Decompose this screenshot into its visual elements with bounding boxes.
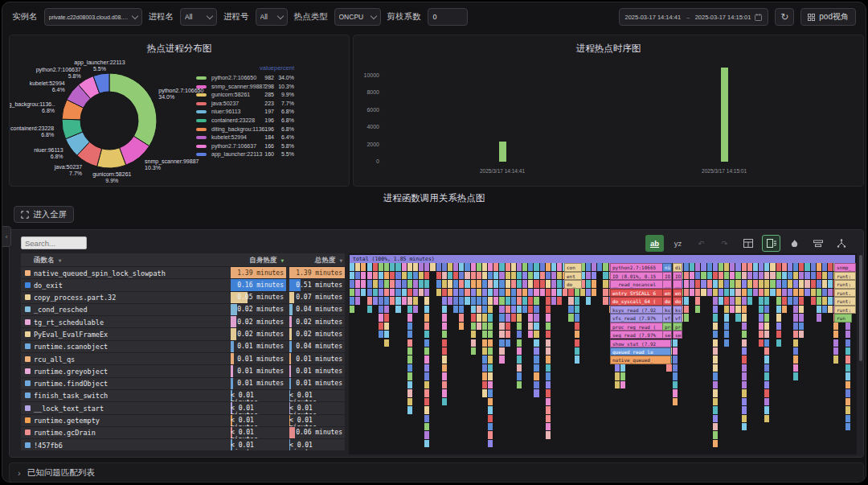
- flame-cell[interactable]: [713, 306, 719, 314]
- flame-cell[interactable]: [482, 306, 488, 314]
- flame-cell[interactable]: [776, 331, 782, 339]
- flame-cell[interactable]: [384, 339, 390, 347]
- flame-cell[interactable]: [413, 263, 419, 271]
- flame-cell[interactable]: [442, 323, 448, 331]
- flame-cell[interactable]: [546, 289, 551, 297]
- flame-cell[interactable]: [575, 323, 580, 331]
- flame-cell[interactable]: [488, 398, 493, 406]
- flame-cell[interactable]: [707, 272, 713, 280]
- flame-cell[interactable]: [517, 339, 522, 347]
- legend-item[interactable]: snmp_scanner:9988729810.3%: [196, 83, 301, 91]
- flame-cell[interactable]: [506, 297, 511, 305]
- flame-cell[interactable]: [534, 306, 539, 314]
- flame-cell[interactable]: [488, 323, 493, 331]
- flame-cell[interactable]: [424, 415, 430, 423]
- flame-cell[interactable]: [764, 364, 770, 372]
- flame-cell[interactable]: [413, 297, 419, 305]
- flame-cell[interactable]: [833, 331, 839, 339]
- flame-cell[interactable]: [575, 297, 580, 305]
- flame-cell[interactable]: [367, 289, 373, 297]
- table-row[interactable]: tg_rt_schedulable0.02 minutes0.02 minute…: [21, 316, 345, 327]
- flame-cell[interactable]: [713, 272, 719, 280]
- flame-cell[interactable]: [367, 272, 373, 280]
- flame-cell[interactable]: [546, 423, 551, 431]
- flame-cell[interactable]: [793, 331, 799, 339]
- flame-cell[interactable]: [540, 289, 546, 297]
- legend-item[interactable]: python2.7:1066371665.8%: [196, 142, 301, 150]
- flame-cell[interactable]: [442, 289, 448, 297]
- flame-cell[interactable]: [575, 339, 580, 347]
- flame-cell[interactable]: [407, 323, 413, 331]
- flame-cell[interactable]: [528, 263, 534, 271]
- flame-cell[interactable]: [430, 263, 436, 271]
- flame-cell[interactable]: [822, 289, 828, 297]
- flame-cell[interactable]: [793, 272, 799, 280]
- flame-cell[interactable]: [845, 339, 851, 347]
- flame-cell[interactable]: [742, 398, 747, 406]
- flame-cell[interactable]: [817, 297, 822, 305]
- flame-cell[interactable]: [713, 263, 719, 271]
- flame-cell[interactable]: [488, 389, 493, 397]
- flame-cell[interactable]: [442, 331, 448, 339]
- flame-cell[interactable]: [534, 323, 539, 331]
- flame-cell[interactable]: [695, 280, 701, 288]
- flame-cell[interactable]: [482, 364, 488, 372]
- flame-cell[interactable]: [724, 263, 730, 271]
- flame-cell[interactable]: [701, 280, 706, 288]
- flame-cell[interactable]: [442, 381, 448, 389]
- flame-cell[interactable]: [488, 381, 493, 389]
- flame-cell[interactable]: [482, 372, 488, 380]
- flame-cell[interactable]: [395, 289, 401, 297]
- flame-cell[interactable]: [764, 381, 770, 389]
- flame-cell[interactable]: [764, 263, 770, 271]
- flame-cell[interactable]: [845, 406, 851, 414]
- flame-cell[interactable]: [384, 314, 390, 322]
- flame-cell[interactable]: [499, 280, 505, 288]
- flame-cell[interactable]: [499, 297, 505, 305]
- regex-button[interactable]: yz: [669, 235, 687, 252]
- flame-cell[interactable]: [488, 263, 493, 271]
- flame-cell[interactable]: [575, 356, 580, 364]
- flame-cell[interactable]: [482, 280, 488, 288]
- flame-cell[interactable]: [793, 364, 799, 372]
- table-row[interactable]: runtime.getempty< 0.01 minutes< 0.01 min…: [21, 415, 345, 426]
- flame-cell[interactable]: [673, 381, 678, 389]
- search-input[interactable]: [21, 236, 87, 249]
- flame-cell[interactable]: [390, 297, 395, 305]
- flame-cell[interactable]: [742, 263, 747, 271]
- flame-cell[interactable]: [379, 280, 384, 288]
- flame-cell[interactable]: [742, 406, 747, 414]
- flame-cell[interactable]: [747, 272, 753, 280]
- flame-cell[interactable]: [453, 306, 459, 314]
- table-row[interactable]: runtime.gcDrain< 0.01 minutes0.06 minute…: [21, 427, 345, 438]
- flame-cell[interactable]: [424, 272, 430, 280]
- flame-frame[interactable]: do_: [662, 297, 672, 305]
- flame-cell[interactable]: [788, 280, 793, 288]
- flame-cell[interactable]: [788, 289, 793, 297]
- column-header-function-name[interactable]: 函数名 ▼: [34, 256, 61, 265]
- flame-cell[interactable]: [753, 272, 759, 280]
- flame-cell[interactable]: [713, 440, 719, 448]
- flame-cell[interactable]: [499, 331, 505, 339]
- flame-cell[interactable]: [471, 323, 477, 331]
- flame-cell[interactable]: [770, 263, 776, 271]
- flame-cell[interactable]: [776, 306, 782, 314]
- flame-cell[interactable]: [424, 297, 430, 305]
- flame-cell[interactable]: [459, 272, 465, 280]
- flame-cell[interactable]: [742, 297, 747, 305]
- flame-cell[interactable]: [379, 306, 384, 314]
- flame-cell[interactable]: [701, 263, 706, 271]
- flame-cell[interactable]: [407, 272, 413, 280]
- flame-cell[interactable]: [367, 280, 373, 288]
- flame-cell[interactable]: [845, 347, 851, 356]
- flame-cell[interactable]: [580, 289, 586, 297]
- flame-cell[interactable]: [735, 289, 741, 297]
- flame-cell[interactable]: [528, 280, 534, 288]
- flame-cell[interactable]: [482, 314, 488, 322]
- flame-cell[interactable]: [724, 297, 730, 305]
- flame-cell[interactable]: [575, 331, 580, 339]
- flame-cell[interactable]: [517, 314, 522, 322]
- flame-cell[interactable]: [684, 289, 690, 297]
- flame-cell[interactable]: [453, 289, 459, 297]
- flame-cell[interactable]: [379, 272, 384, 280]
